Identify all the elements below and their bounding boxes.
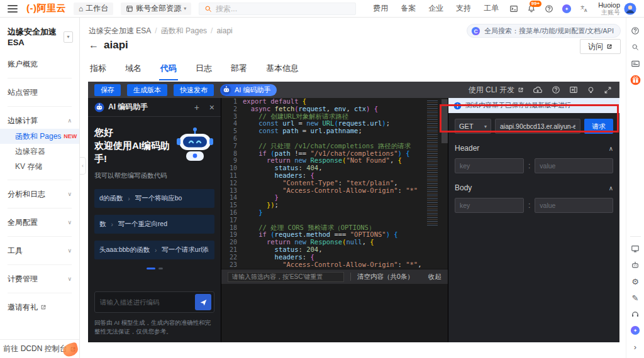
sidebar-item-账户概览[interactable]: 账户概览 [0,56,79,72]
svg-text:C: C [474,28,477,34]
edit-pencil-icon[interactable]: ✎ [629,291,641,304]
hamburger-menu-icon[interactable] [8,5,18,13]
panel-toggle-icon[interactable] [569,85,578,94]
svg-text:A: A [584,8,587,13]
request-url-input[interactable] [495,119,580,134]
tab-部署[interactable]: 部署 [230,59,248,80]
sidebar-item-全局配置[interactable]: 全局配置∨ [0,214,79,231]
chevron-up-icon[interactable]: ∧ [609,145,613,152]
topbar-link-工单[interactable]: 工单 [477,4,505,13]
help-icon[interactable] [540,0,558,18]
tab-bar: 指标域名代码日志部署基本信息 [89,59,300,80]
ai-prompt-input[interactable] [100,298,191,306]
fullscreen-icon[interactable] [604,86,612,94]
ai-coding-assistant-button[interactable]: AI 编码助手 [220,84,277,96]
global-topbar-search[interactable]: 搜索... [199,3,356,15]
support-headset-icon[interactable] [629,308,641,320]
quick-publish-button[interactable]: 快速发布 [174,84,214,96]
close-icon[interactable]: × [209,103,214,112]
new-chat-button[interactable]: + [194,103,199,112]
tab-指标[interactable]: 指标 [89,59,108,80]
sidebar-item-KV 存储[interactable]: KV 存储 [0,159,79,174]
cloud-download-icon[interactable] [533,86,543,94]
chevron-up-icon[interactable]: ∧ [609,185,613,192]
sidebar-item-分析和日志[interactable]: 分析和日志∨ [0,186,79,202]
line-numbers: 1234567891011121314151617181920212223 [221,98,243,269]
header-key-input[interactable] [455,158,524,173]
search-icon[interactable] [629,41,641,53]
dcdn-console-link[interactable]: 前往 DCDN 控制台 [0,339,79,358]
code-line[interactable]: } [243,209,425,217]
topbar-link-支持[interactable]: 支持 [450,4,477,13]
ai-suggestion-card[interactable]: 数›写一个重定向red [94,215,214,234]
docs-card-icon[interactable] [629,57,641,70]
sidebar-item-边缘计算[interactable]: 边缘计算∧ [0,112,79,129]
gift-icon[interactable] [629,73,641,86]
code-content[interactable]: export default { async fetch(request, en… [243,98,425,269]
header-value-input[interactable] [535,158,613,173]
ai-assistant-icon[interactable]: ✦ [629,324,641,337]
body-value-input[interactable] [535,198,613,213]
collapse-right-icon[interactable]: › [629,340,641,353]
vertical-scrollbar[interactable] [441,98,448,269]
create-version-button[interactable]: 生成版本 [127,84,167,96]
sidebar-item-工具[interactable]: 工具∨ [0,242,79,259]
global-search-pill[interactable]: C 全局搜索：搜菜单/功能/规则配置/文档/API [467,24,621,38]
body-key-input[interactable] [455,198,524,213]
editor-help-icon[interactable] [552,85,560,94]
breadcrumb-segment[interactable]: 函数和 Pages [161,26,207,35]
send-button[interactable] [195,294,211,310]
carousel-dots[interactable] [94,268,214,269]
save-button[interactable]: 保存 [94,84,121,96]
topbar-link-备案[interactable]: 备案 [394,4,422,13]
code-line[interactable]: }); [243,202,425,209]
method-select[interactable]: GET ▾ [455,119,491,134]
collapse-console-button[interactable]: 收起 [428,273,441,281]
lightbulb-icon[interactable] [587,86,595,94]
console-filter-input[interactable] [228,272,344,282]
feedback-monitor-icon[interactable] [629,242,641,255]
user-info[interactable]: Huoiop 主账号 [598,2,620,16]
ai-suggestion-card[interactable]: 头aaa:bbb的函数›写一个请求url添 [94,241,214,259]
avatar[interactable] [624,3,636,15]
topbar-link-企业[interactable]: 企业 [422,4,450,13]
sidebar-item-计费管理[interactable]: 计费管理∨ [0,271,79,287]
sidebar-item-函数和 Pages[interactable]: 函数和 PagesNEW [0,129,79,144]
request-button[interactable]: 请求 [584,119,613,134]
tab-日志[interactable]: 日志 [194,59,213,80]
back-button[interactable]: ← [89,40,99,50]
topbar-link-费用[interactable]: 费用 [367,4,394,13]
ai-suggestion-card[interactable]: d的函数›写一个将响应bo [94,189,214,208]
search-icon [204,5,212,13]
header-kv-row: : [455,158,613,173]
notifications-bell-icon[interactable]: 99+ [523,0,540,18]
clear-console-button[interactable]: 清空内容（共0条） [357,273,414,281]
help-icon[interactable] [629,24,641,37]
topbar: (-)阿里云 ⌂工作台 账号全部资源▾ 搜索... 费用备案企业支持工单 99+… [0,0,644,18]
robot-icon [94,102,104,112]
product-switcher-button[interactable]: ▾ [64,31,73,43]
visit-button[interactable]: 访问 [580,39,621,54]
sidebar-product-title: 边缘安全加速 ESA [8,26,64,47]
terminal-icon[interactable] [505,0,523,18]
minimap[interactable] [425,98,441,269]
workbench-button[interactable]: ⌂工作台 [74,3,113,15]
breadcrumb[interactable]: 边缘安全加速 ESA/函数和 Pages/aiapi [89,26,233,36]
tab-基本信息[interactable]: 基本信息 [265,59,300,80]
tab-代码[interactable]: 代码 [159,59,178,80]
sidebar-item-边缘容器[interactable]: 边缘容器 [0,144,79,159]
code-line[interactable]: const path = url.pathname; [243,127,425,135]
breadcrumb-segment[interactable]: 边缘安全加速 ESA [89,26,151,35]
cli-develop-link[interactable]: 使用 CLI 开发 [469,85,524,95]
ai-assistant-icon[interactable]: ✦ [558,0,575,18]
robot-helper-icon[interactable] [629,259,641,271]
code-line[interactable]: "Access-Control-Allow-Origin": "*", [243,261,425,269]
settings-gear-icon[interactable]: ⚙ [629,275,641,288]
sidebar-item-邀请有礼[interactable]: 邀请有礼 [0,299,79,315]
language-icon[interactable]: 文A [575,0,593,18]
sidebar-collapse-handle[interactable]: ‹ [80,157,86,175]
sidebar-item-站点管理[interactable]: 站点管理 [0,84,79,100]
all-resources-button[interactable]: 账号全部资源▾ [121,3,191,15]
tab-域名[interactable]: 域名 [124,59,143,80]
aliyun-logo[interactable]: (-)阿里云 [26,3,66,14]
